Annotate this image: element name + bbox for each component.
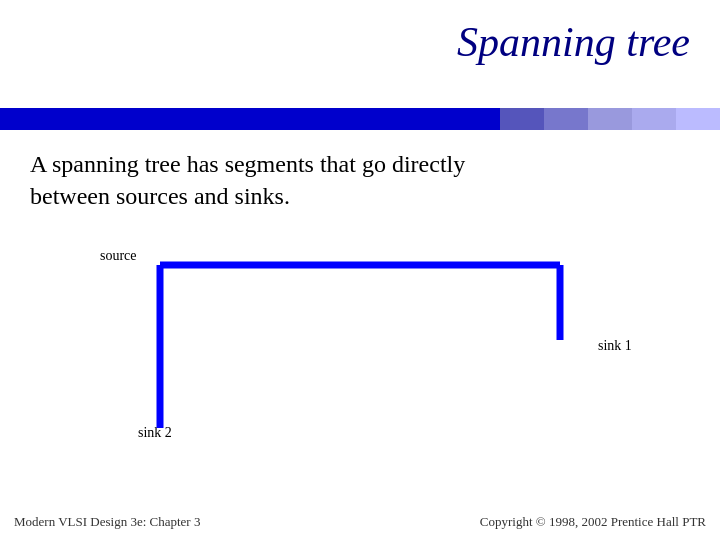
checker-cell: [522, 108, 544, 130]
decorative-bar: [0, 108, 720, 130]
checker-cell: [456, 108, 478, 130]
checker-cell: [478, 108, 500, 130]
checker-cell: [544, 108, 566, 130]
checker-cell: [566, 108, 588, 130]
body-text: A spanning tree has segments that go dir…: [30, 148, 465, 213]
slide: Spanning tree A spanning tree has segmen…: [0, 0, 720, 540]
footer-left: Modern VLSI Design 3e: Chapter 3: [14, 514, 200, 530]
checker-cell: [588, 108, 610, 130]
body-line2: between sources and sinks.: [30, 180, 465, 212]
checker-cell: [632, 108, 654, 130]
checker-cell: [654, 108, 676, 130]
checker-cell: [676, 108, 698, 130]
checker-cell: [610, 108, 632, 130]
slide-title: Spanning tree: [457, 18, 690, 66]
checker-cell: [698, 108, 720, 130]
checker-cell: [500, 108, 522, 130]
footer-right: Copyright © 1998, 2002 Prentice Hall PTR: [480, 514, 706, 530]
checker-cell: [412, 108, 434, 130]
body-line1: A spanning tree has segments that go dir…: [30, 148, 465, 180]
spanning-tree-diagram: [0, 260, 720, 480]
checker-cell: [434, 108, 456, 130]
bar-checker: [412, 108, 720, 130]
bar-solid: [0, 108, 412, 130]
